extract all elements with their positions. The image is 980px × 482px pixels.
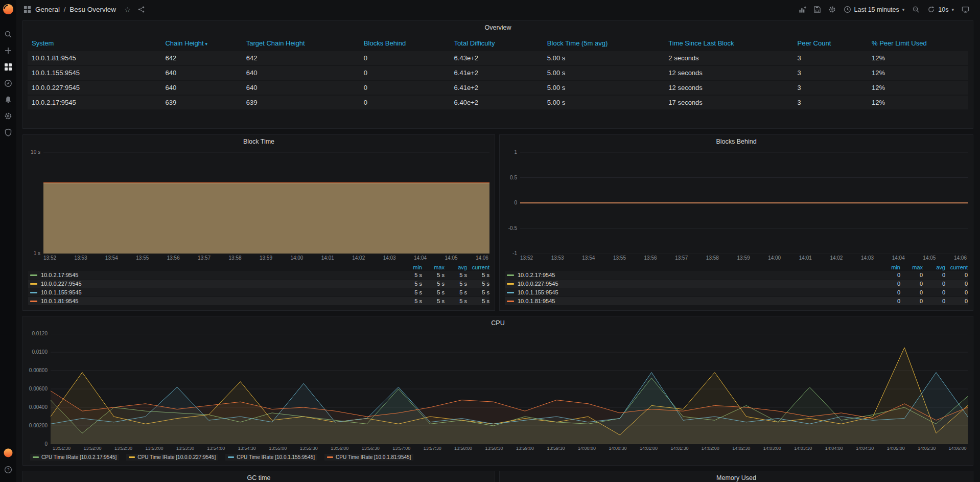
legend-column-header[interactable]: max (422, 264, 445, 270)
grafana-flame-icon (3, 4, 14, 15)
panel-title[interactable]: CPU (23, 316, 973, 330)
x-axis-tick: 14:00 (768, 255, 781, 262)
grafana-logo[interactable] (3, 4, 14, 15)
column-header[interactable]: Block Time (5m avg) (543, 36, 664, 50)
share-icon[interactable] (137, 6, 145, 13)
column-header[interactable]: Time Since Last Block (664, 36, 793, 50)
legend-row[interactable]: 10.0.1.155:95450000 (505, 288, 968, 296)
table-cell: 5.00 s (543, 66, 664, 80)
legend-value: 5 s (445, 281, 467, 287)
chevron-down-icon: ▾ (902, 7, 905, 12)
overview-table-body: 10.0.1.81:954564264206.43e+25.00 s2 seco… (28, 51, 968, 109)
alerting-bell-icon[interactable] (4, 96, 12, 104)
legend-value: 5 s (400, 272, 422, 278)
y-axis-tick: 0.00400 (29, 405, 48, 410)
x-axis-tick: 13:55:30 (300, 446, 318, 452)
x-axis-tick: 14:00:00 (578, 446, 596, 452)
create-plus-icon[interactable] (4, 47, 12, 55)
legend-value: 0 (945, 289, 968, 295)
save-dashboard-icon[interactable] (813, 6, 821, 13)
panel-title[interactable]: Block Time (23, 135, 495, 148)
legend-row[interactable]: 10.0.0.227:95450000 (505, 280, 968, 288)
x-axis-tick: 14:04:00 (825, 446, 843, 452)
column-header[interactable]: Chain Height▾ (161, 36, 242, 50)
legend-column-header[interactable]: max (900, 264, 923, 270)
panel-title[interactable]: Overview (23, 21, 973, 34)
legend-row[interactable]: 10.0.1.81:95455 s5 s5 s5 s (28, 297, 489, 305)
y-axis-tick: 0.5 (510, 175, 517, 180)
column-header[interactable]: % Peer Limit Used (868, 36, 968, 50)
sort-caret-icon: ▾ (205, 41, 208, 47)
plot-area[interactable] (43, 152, 489, 254)
column-header[interactable]: Total Difficulty (450, 36, 543, 50)
panel-title[interactable]: GC time (23, 471, 495, 482)
legend-item[interactable]: CPU Time IRate [10.0.2.17:9545] (30, 454, 119, 461)
legend-rows: 10.0.2.17:95455 s5 s5 s5 s10.0.0.227:954… (28, 271, 489, 305)
x-axis-tick: 13:58:00 (454, 446, 472, 452)
legend-column-header[interactable]: min (878, 264, 900, 270)
x-axis-tick: 14:01:00 (640, 446, 658, 452)
x-axis-tick: 14:02:30 (732, 446, 750, 452)
breadcrumb-folder[interactable]: General (35, 6, 60, 13)
plot-area[interactable] (520, 152, 968, 254)
dashboard-settings-icon[interactable] (828, 6, 836, 13)
plot-area[interactable] (51, 334, 968, 444)
legend-item[interactable]: CPU Time IRate [10.0.1.81:9545] (324, 454, 413, 461)
table-row: 10.0.1.81:954564264206.43e+25.00 s2 seco… (28, 51, 968, 65)
legend-column-header[interactable]: avg (923, 264, 945, 270)
legend-item[interactable]: CPU Time IRate [10.0.1.155:9545] (225, 454, 317, 461)
column-header-label: Target Chain Height (246, 39, 305, 47)
table-row: 10.0.0.227:954564064006.41e+25.00 s12 se… (28, 81, 968, 95)
column-header[interactable]: Blocks Behind (360, 36, 450, 50)
legend-column-header[interactable]: avg (445, 264, 467, 270)
legend-value: 0 (923, 272, 945, 278)
search-icon[interactable] (4, 30, 12, 38)
x-axis-tick: 14:01 (321, 255, 334, 262)
time-range-picker[interactable]: Last 15 minutes ▾ (839, 4, 909, 15)
legend-row[interactable]: 10.0.0.227:95455 s5 s5 s5 s (28, 280, 489, 288)
block-time-panel: Block Time 10 s1 s 13:5213:5313:5413:551… (22, 134, 495, 311)
table-cell: 12% (868, 51, 968, 65)
table-cell: 640 (161, 81, 242, 95)
breadcrumb-dashboard-title[interactable]: Besu Overview (69, 6, 116, 13)
dashboards-icon[interactable] (4, 63, 12, 71)
legend-column-header[interactable]: current (945, 264, 968, 270)
explore-compass-icon[interactable] (4, 79, 12, 87)
legend-series-name: 10.0.2.17:9545 (518, 272, 878, 278)
legend-row[interactable]: 10.0.1.81:95450000 (505, 297, 968, 305)
cycle-view-icon[interactable] (962, 6, 969, 13)
configuration-gear-icon[interactable] (4, 112, 12, 120)
user-avatar[interactable] (4, 448, 13, 457)
column-header[interactable]: Target Chain Height (242, 36, 360, 50)
legend-series-name: 10.0.2.17:9545 (41, 272, 400, 278)
refresh-picker[interactable]: 10s ▾ (923, 4, 958, 15)
panel-title[interactable]: Memory Used (500, 471, 973, 482)
legend-row[interactable]: 10.0.1.155:95455 s5 s5 s5 s (28, 288, 489, 296)
x-axis-tick: 14:03:30 (794, 446, 812, 452)
breadcrumb[interactable]: General / Besu Overview (35, 6, 116, 13)
series-color-swatch (228, 456, 234, 458)
star-icon[interactable]: ☆ (124, 6, 131, 14)
x-axis-tick: 13:59 (260, 255, 272, 262)
legend-column-header[interactable]: current (467, 264, 489, 270)
table-cell: 5.00 s (543, 81, 664, 95)
x-axis-tick: 13:58 (706, 255, 719, 262)
y-axis-tick: 0 (514, 200, 517, 205)
legend-item[interactable]: CPU Time IRate [10.0.0.227:9545] (126, 454, 218, 461)
legend-column-header[interactable]: min (400, 264, 422, 270)
legend-row[interactable]: 10.0.2.17:95455 s5 s5 s5 s (28, 271, 489, 279)
column-header[interactable]: Peer Count (794, 36, 868, 50)
x-axis-tick: 13:52:00 (83, 446, 101, 452)
admin-shield-icon[interactable] (4, 128, 12, 136)
zoom-out-icon[interactable] (912, 6, 920, 13)
chart-area: 10 s1 s (23, 148, 495, 254)
legend-value: 0 (923, 298, 945, 304)
overview-table-head-row: SystemChain Height▾Target Chain HeightBl… (28, 36, 968, 50)
column-header-label: Total Difficulty (454, 39, 495, 47)
column-header[interactable]: System (28, 36, 161, 50)
panel-title[interactable]: Blocks Behind (500, 135, 973, 148)
help-icon[interactable]: ? (4, 466, 12, 474)
add-panel-icon[interactable] (799, 6, 806, 13)
legend-row[interactable]: 10.0.2.17:95450000 (505, 271, 968, 279)
cpu-panel: CPU 0.01200.01000.008000.006000.004000.0… (22, 316, 973, 466)
